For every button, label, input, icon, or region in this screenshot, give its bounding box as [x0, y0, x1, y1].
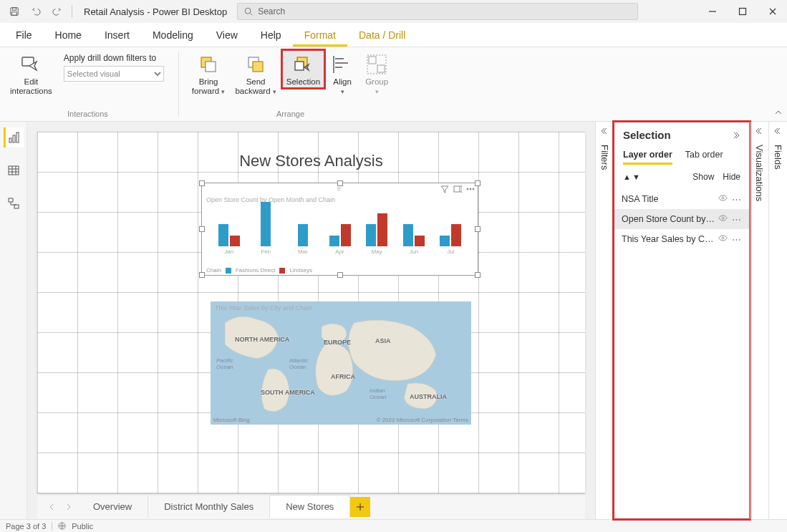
- page-tab-overview[interactable]: Overview: [77, 495, 148, 518]
- menu-help[interactable]: Help: [249, 25, 293, 47]
- search-placeholder: Search: [258, 6, 285, 16]
- selection-pane-button[interactable]: Selection: [282, 50, 324, 88]
- hide-label[interactable]: Hide: [723, 172, 740, 182]
- svg-rect-15: [9, 138, 11, 142]
- svg-rect-13: [377, 65, 385, 72]
- selection-item[interactable]: NSA Title ⋯: [614, 189, 749, 209]
- align-button[interactable]: Align▾: [326, 50, 359, 97]
- menu-modeling[interactable]: Modeling: [141, 25, 205, 47]
- add-page-button[interactable]: [350, 497, 370, 517]
- send-backward-button[interactable]: Send backward ▾: [231, 50, 280, 97]
- map-attribution-left: Microsoft Bing: [213, 417, 250, 423]
- world-map-icon: [211, 301, 471, 425]
- map-visual[interactable]: This Year Sales by City and Chain NORTH …: [211, 301, 471, 425]
- page-tab-newstores[interactable]: New Stores: [270, 495, 350, 518]
- ribbon-group-interactions-label: Interactions: [67, 110, 108, 120]
- filter-icon[interactable]: [440, 185, 449, 193]
- expand-filters-icon[interactable]: [600, 126, 610, 139]
- chart-plot-area: JanFebMarAprMayJunJul: [211, 206, 469, 255]
- expand-visualizations-icon[interactable]: [755, 126, 765, 139]
- report-view-button[interactable]: [4, 127, 24, 147]
- maximize-button[interactable]: [734, 3, 751, 20]
- more-options-icon[interactable]: [466, 185, 475, 193]
- item-more-icon[interactable]: ⋯: [732, 194, 742, 205]
- report-canvas[interactable]: New Stores Analysis ≡ Open Store Count b…: [37, 132, 585, 493]
- left-view-rail: [0, 122, 27, 519]
- svg-rect-11: [295, 62, 304, 70]
- undo-icon[interactable]: [27, 3, 44, 20]
- fields-pane-collapsed[interactable]: Fields: [768, 122, 787, 519]
- menu-insert[interactable]: Insert: [93, 25, 141, 47]
- item-more-icon[interactable]: ⋯: [732, 214, 742, 225]
- move-down-button[interactable]: ▼: [632, 173, 640, 181]
- eye-icon[interactable]: [718, 233, 728, 243]
- selection-item[interactable]: Open Store Count by ... ⋯: [614, 209, 749, 229]
- status-bar: Page 3 of 3 Public: [0, 519, 787, 532]
- visualizations-pane-collapsed[interactable]: Visualizations: [750, 122, 768, 519]
- collapse-selection-icon[interactable]: [730, 130, 740, 140]
- eye-icon[interactable]: [718, 213, 728, 223]
- svg-rect-1: [12, 8, 16, 11]
- map-attribution-right: © 2022 Microsoft Corporation Terms: [377, 417, 468, 423]
- close-button[interactable]: [764, 3, 781, 20]
- svg-rect-16: [13, 135, 15, 142]
- expand-fields-icon[interactable]: [773, 126, 783, 139]
- svg-point-27: [722, 217, 724, 219]
- menu-data-drill[interactable]: Data / Drill: [347, 25, 417, 47]
- data-view-button[interactable]: [4, 160, 24, 180]
- menu-home[interactable]: Home: [44, 25, 93, 47]
- app-title: Retail Analysis - Power BI Desktop: [84, 6, 227, 17]
- collapse-ribbon-button[interactable]: [774, 107, 783, 120]
- svg-rect-19: [9, 198, 13, 202]
- filters-pane-collapsed[interactable]: Filters: [595, 122, 614, 519]
- edit-interactions-button[interactable]: Edit interactions: [6, 50, 57, 97]
- svg-rect-9: [253, 62, 263, 72]
- page-nav-prev[interactable]: [43, 498, 60, 516]
- menu-file[interactable]: File: [4, 25, 44, 47]
- redo-icon[interactable]: [49, 3, 66, 20]
- tab-order-tab[interactable]: Tab order: [685, 150, 723, 165]
- show-label[interactable]: Show: [692, 172, 714, 182]
- search-icon: [243, 6, 254, 16]
- ribbon-group-arrange-label: Arrange: [276, 110, 304, 120]
- globe-icon: [58, 522, 66, 530]
- svg-point-23: [470, 188, 471, 190]
- filters-label: Filters: [599, 145, 610, 170]
- svg-rect-4: [740, 9, 746, 15]
- sensitivity-label: Public: [72, 522, 93, 531]
- page-nav-next[interactable]: [60, 498, 77, 516]
- selection-pane-title: Selection: [623, 129, 671, 141]
- menu-view[interactable]: View: [205, 25, 249, 47]
- ribbon: Edit interactions Apply drill down filte…: [0, 47, 787, 122]
- svg-rect-20: [14, 205, 19, 208]
- eye-icon[interactable]: [718, 193, 728, 203]
- svg-rect-7: [206, 62, 216, 72]
- selection-item[interactable]: This Year Sales by City... ⋯: [614, 229, 749, 249]
- chart-legend: Chain Fashions Direct Lindseys: [206, 267, 312, 274]
- report-title: New Stores Analysis: [239, 152, 383, 170]
- svg-rect-2: [12, 12, 17, 15]
- title-bar: Retail Analysis - Power BI Desktop Searc…: [0, 0, 787, 23]
- search-box[interactable]: Search: [237, 3, 638, 20]
- save-icon[interactable]: [6, 3, 23, 20]
- page-indicator: Page 3 of 3: [6, 522, 46, 531]
- focus-mode-icon[interactable]: [453, 185, 462, 193]
- svg-point-26: [722, 197, 724, 199]
- minimize-button[interactable]: [704, 3, 721, 20]
- svg-point-3: [245, 8, 251, 14]
- drilldown-filter-dropdown[interactable]: Apply drill down filters to Selected vis…: [58, 50, 170, 84]
- map-title: This Year Sales by City and Chain: [215, 304, 312, 311]
- bring-forward-button[interactable]: Bring forward ▾: [188, 50, 230, 97]
- model-view-button[interactable]: [4, 193, 24, 213]
- chart-visual[interactable]: ≡ Open Store Count by Open Month and Cha…: [202, 183, 478, 275]
- layer-order-tab[interactable]: Layer order: [623, 150, 672, 165]
- fields-label: Fields: [773, 145, 783, 170]
- move-up-button[interactable]: ▲: [623, 173, 631, 181]
- page-tabs: Overview District Monthly Sales New Stor…: [37, 493, 585, 519]
- svg-rect-17: [16, 132, 19, 142]
- page-tab-dms[interactable]: District Monthly Sales: [148, 495, 270, 518]
- selection-pane: Selection Layer order Tab order ▲▼ ShowH…: [614, 122, 750, 519]
- group-button[interactable]: Group▾: [360, 50, 393, 97]
- item-more-icon[interactable]: ⋯: [732, 234, 742, 245]
- menu-format[interactable]: Format: [293, 25, 347, 47]
